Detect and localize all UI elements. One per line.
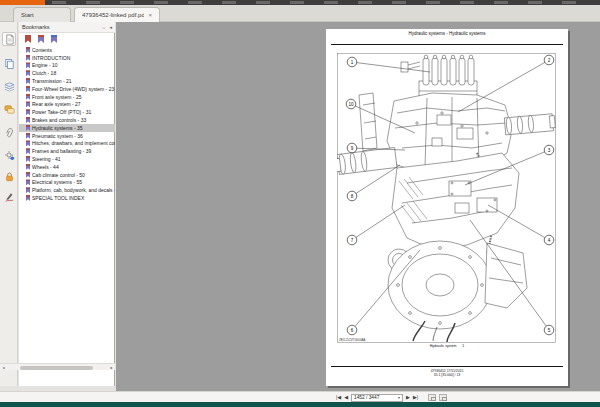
new-bookmark-icon[interactable] [38, 35, 44, 43]
bookmarks-list: Contents INTRODUCTION Engine - 10 Clutch… [19, 46, 115, 202]
bookmark-icon [26, 148, 30, 154]
previous-view-button[interactable] [428, 394, 436, 401]
bookmarks-panel-button[interactable] [2, 32, 16, 46]
bookmark-icon [26, 70, 30, 76]
pages-panel-button[interactable] [2, 56, 16, 70]
figure-caption: Hydraulic system1 [326, 344, 568, 348]
panel-horizontal-scrollbar[interactable]: ◂ ▸ [0, 363, 115, 370]
taskbar-edge [0, 402, 600, 407]
bookmark-item-steering[interactable]: Steering - 41 [19, 155, 115, 163]
next-page-button[interactable]: ▶ [406, 393, 410, 402]
bookmark-icon [26, 187, 30, 193]
callout-6: 6 [347, 325, 357, 335]
bookmark-icon [26, 195, 30, 201]
svg-text:7: 7 [351, 238, 354, 243]
bookmark-icon [26, 94, 30, 100]
callout-7: 7 [347, 235, 357, 245]
callout-10: 10 [346, 99, 356, 109]
first-page-button[interactable]: |◀ [336, 393, 341, 402]
bookmark-item-frames[interactable]: Frames and ballasting - 39 [19, 147, 115, 155]
callout-2: 2 [544, 55, 554, 65]
pdf-page: Hydraulic systems - Hydraulic systems [326, 29, 568, 386]
tab-start-label: Start [21, 12, 34, 18]
tab-start[interactable]: Start [13, 7, 71, 22]
bookmark-item-platform[interactable]: Platform, cab, bodywork, and decals - [19, 186, 115, 194]
bookmark-icon [26, 78, 30, 84]
menu-items-hint [52, 1, 592, 4]
pages-icon [4, 58, 15, 69]
scroll-right-icon[interactable]: ▸ [108, 364, 115, 371]
bookmark-page-icon [4, 34, 15, 45]
security-panel-button[interactable] [2, 169, 16, 183]
navigation-icon-strip [0, 22, 18, 386]
svg-text:1: 1 [351, 60, 354, 65]
bookmark-item-wheels[interactable]: Wheels - 44 [19, 163, 115, 171]
callout-9: 9 [347, 143, 357, 153]
figure-id-code: ZEIL15CVT0001AA [339, 338, 365, 342]
bookmark-icon [26, 47, 30, 53]
bookmark-item-electrical[interactable]: Electrical systems - 55 [19, 179, 115, 187]
bookmark-item-engine[interactable]: Engine - 10 [19, 62, 115, 70]
page-running-header: Hydraulic systems - Hydraulic systems [326, 31, 568, 36]
bookmark-icon [26, 133, 30, 139]
callout-5: 5 [544, 325, 554, 335]
svg-text:3: 3 [548, 148, 551, 153]
bookmark-icon [26, 109, 30, 115]
bookmark-item-hydraulic-systems[interactable]: Hydraulic systems - 35 [19, 124, 115, 132]
bookmark-item-introduction[interactable]: INTRODUCTION [19, 54, 115, 62]
bookmark-item-clutch[interactable]: Clutch - 18 [19, 69, 115, 77]
bookmark-item-pneumatic[interactable]: Pneumatic system - 36 [19, 132, 115, 140]
last-page-button[interactable]: ▶| [413, 393, 418, 402]
chevron-down-icon[interactable]: ▾ [398, 395, 400, 400]
page-number-input[interactable]: 1452 / 3447 ▾ [351, 394, 403, 402]
svg-text:9: 9 [351, 146, 354, 151]
svg-text:4: 4 [548, 238, 551, 243]
bookmark-icon [26, 117, 30, 123]
bookmark-item-contents[interactable]: Contents [19, 46, 115, 54]
bookmark-icon [26, 156, 30, 162]
gear-icon [4, 150, 15, 161]
bookmark-item-transmission[interactable]: Transmission - 21 [19, 77, 115, 85]
bookmark-item-hitches[interactable]: Hitches, drawbars, and implement cou [19, 140, 115, 148]
svg-text:6: 6 [351, 328, 354, 333]
bookmark-item-pto[interactable]: Power Take-Off (PTO) - 31 [19, 108, 115, 116]
signatures-panel-button[interactable] [2, 189, 16, 203]
bookmark-icon [26, 62, 30, 68]
svg-text:10: 10 [348, 102, 354, 107]
expand-bookmarks-icon[interactable] [25, 35, 31, 43]
next-view-button[interactable] [439, 394, 447, 401]
lock-icon [4, 171, 15, 182]
attachments-panel-button[interactable] [2, 125, 16, 139]
page-footer-docnumber: 47936452 17/11/2015 [326, 369, 568, 373]
bookmark-item-rear-axle[interactable]: Rear axle system - 27 [19, 101, 115, 109]
layers-panel-button[interactable] [2, 79, 16, 93]
hydraulic-diagram: 1 10 9 8 7 6 2 3 4 5 ZEIL15CVT0001AA [337, 53, 556, 343]
bookmark-icon [26, 101, 30, 107]
close-icon[interactable]: × [148, 12, 152, 18]
scroll-left-icon[interactable]: ◂ [0, 364, 7, 371]
panel-collapse-icon[interactable]: ◂ [109, 24, 112, 30]
document-view-area[interactable]: Hydraulic systems - Hydraulic systems [116, 22, 600, 391]
tab-document[interactable]: 47936452-linked pdf.pdf × [74, 7, 160, 22]
header-rule [331, 44, 563, 45]
callout-4: 4 [544, 235, 554, 245]
panel-options-icon[interactable]: ⇔ [101, 24, 106, 30]
bookmark-item-special-tool-index[interactable]: SPECIAL TOOL INDEX [19, 194, 115, 202]
bookmark-item-brakes[interactable]: Brakes and controls - 33 [19, 116, 115, 124]
callout-3: 3 [544, 145, 554, 155]
bookmark-item-cab-climate[interactable]: Cab climate control - 50 [19, 171, 115, 179]
scrollbar-thumb[interactable] [20, 366, 93, 370]
bookmark-item-front-axle[interactable]: Front axle system - 25 [19, 93, 115, 101]
bookmark-item-4wd-system[interactable]: Four-Wheel Drive (4WD) system - 23 [19, 85, 115, 93]
comments-icon [4, 104, 15, 115]
signature-pen-icon [4, 191, 15, 202]
tab-document-label: 47936452-linked pdf.pdf [82, 12, 144, 18]
delete-bookmark-icon[interactable] [51, 35, 57, 43]
previous-page-button[interactable]: ◀ [344, 393, 348, 402]
bookmarks-panel: Bookmarks ⇔ ◂ Contents INTRODUCTION Engi… [19, 22, 115, 386]
svg-text:8: 8 [351, 194, 354, 199]
fields-panel-button[interactable] [2, 148, 16, 162]
comments-panel-button[interactable] [2, 102, 16, 116]
bookmark-icon [26, 125, 30, 131]
bookmarks-panel-header: Bookmarks ⇔ ◂ [19, 22, 115, 33]
